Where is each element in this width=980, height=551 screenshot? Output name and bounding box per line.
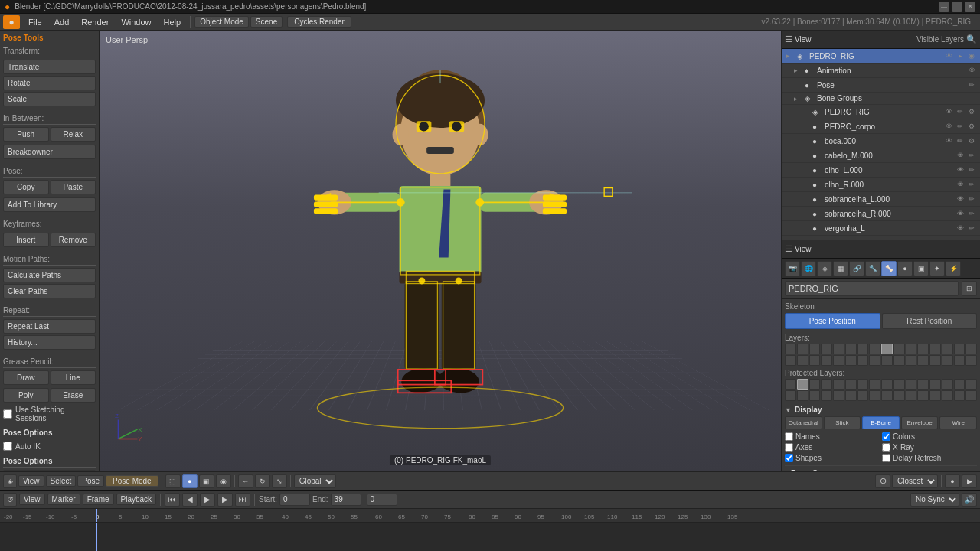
prot-cell-1[interactable] (785, 379, 796, 390)
rotate-btn[interactable]: Rotate (3, 76, 96, 90)
prot-b8[interactable] (869, 390, 880, 401)
close-btn[interactable]: ✕ (965, 2, 975, 12)
timeline-tracks-area[interactable] (0, 523, 980, 551)
push-btn[interactable]: Push (3, 127, 49, 142)
prop-icon-world[interactable]: ◈ (817, 261, 832, 276)
prot-cell-3[interactable] (809, 379, 821, 390)
layer-cell-16[interactable] (965, 344, 977, 354)
layer-cell-b6[interactable] (845, 355, 857, 366)
prot-cell-11[interactable] (906, 379, 917, 390)
prot-cell-9[interactable] (881, 379, 893, 390)
prot-cell-12[interactable] (917, 379, 929, 390)
jump-end-btn[interactable]: ⏭ (235, 493, 250, 507)
layer-cell-4[interactable] (821, 344, 832, 354)
outliner-item[interactable]: ●olho_R.000👁✏ (782, 178, 980, 192)
start-frame-input[interactable] (279, 494, 310, 506)
layer-cell-b9[interactable] (881, 355, 893, 366)
prop-icon-scene[interactable]: 🌐 (801, 261, 816, 276)
outliner-item[interactable]: ▸◈Bone Groups (782, 93, 980, 105)
timeline-content[interactable]: -20 -15 -10 -5 0 5 10 15 20 25 30 35 40 … (0, 509, 980, 551)
prot-cell-16[interactable] (965, 379, 977, 390)
poly-btn[interactable]: Poly (3, 388, 49, 403)
rest-position-btn[interactable]: Rest Position (882, 313, 978, 329)
prop-icon-textures[interactable]: ▣ (913, 261, 929, 276)
shapes-checkbox[interactable] (785, 454, 793, 462)
outliner-item[interactable]: ●PEDRO_corpo👁✏⚙ (782, 119, 980, 134)
layer-cell-11[interactable] (906, 344, 917, 354)
outliner-item[interactable]: ●Pose✏ (782, 78, 980, 93)
playback-btn[interactable]: ▶ (962, 474, 977, 488)
layer-cell-b11[interactable] (906, 355, 917, 366)
prot-b15[interactable] (954, 390, 965, 401)
relax-btn[interactable]: Relax (51, 127, 96, 142)
record-btn[interactable]: ● (945, 474, 960, 488)
pose-position-btn[interactable]: Pose Position (785, 313, 880, 329)
draw-btn[interactable]: Draw (3, 370, 49, 385)
prot-cell-5[interactable] (833, 379, 844, 390)
prop-icon-data[interactable]: 🦴 (881, 261, 897, 276)
snap-select[interactable]: Closest (892, 474, 938, 488)
prot-cell-15[interactable] (954, 379, 965, 390)
current-frame-input[interactable] (367, 494, 397, 506)
layer-cell-b3[interactable] (809, 355, 821, 366)
breakdowner-btn[interactable]: Breakdowner (3, 145, 96, 159)
layer-cell-3[interactable] (809, 344, 821, 354)
outliner-view-btn[interactable]: View (795, 35, 812, 44)
menu-help[interactable]: Help (158, 16, 187, 28)
magnify-icon[interactable]: 🔍 (966, 34, 977, 44)
colors-checkbox[interactable] (882, 432, 890, 441)
prot-cell-2[interactable] (797, 379, 808, 390)
prot-cell-13[interactable] (929, 379, 941, 390)
prot-b9[interactable] (881, 390, 893, 401)
viewport-select-menu[interactable]: Select (46, 475, 77, 487)
jump-start-btn[interactable]: ⏮ (165, 493, 180, 507)
history-btn[interactable]: History... (3, 335, 96, 350)
names-checkbox[interactable] (785, 432, 793, 441)
prop-extra-btn[interactable]: ⊞ (962, 281, 977, 296)
prot-cell-4[interactable] (821, 379, 832, 390)
clear-paths-btn[interactable]: Clear Paths (3, 284, 96, 298)
xray-checkbox[interactable] (882, 443, 890, 452)
layer-cell-9[interactable] (881, 344, 893, 354)
prot-b14[interactable] (942, 390, 953, 401)
outliner-item[interactable]: ●cabelo_M.000👁✏ (782, 148, 980, 163)
layer-cell-b4[interactable] (821, 355, 832, 366)
prop-icon-particles[interactable]: ✦ (929, 261, 945, 276)
shading-solid[interactable]: ● (182, 474, 198, 488)
scale-btn[interactable]: Scale (3, 92, 96, 106)
outliner-item[interactable]: ▸◈PEDRO_RIG👁▸◉ (782, 49, 980, 64)
prot-b10[interactable] (893, 390, 905, 401)
transform-rotate-icon[interactable]: ↻ (255, 474, 270, 488)
menu-add[interactable]: Add (49, 16, 75, 28)
axes-checkbox[interactable] (785, 443, 793, 452)
screen-selector[interactable]: Object Mode (194, 16, 249, 28)
viewport-view-menu[interactable]: View (18, 475, 44, 487)
layer-cell-5[interactable] (833, 344, 844, 354)
calculate-paths-btn[interactable]: Calculate Paths (3, 268, 96, 282)
prop-icon-materials[interactable]: ● (897, 261, 913, 276)
transform-scale-icon[interactable]: ⤡ (272, 474, 287, 488)
outliner-item[interactable]: ●olho_L.000👁✏ (782, 163, 980, 178)
paste-pose-btn[interactable]: Paste (51, 180, 96, 194)
layer-cell-1[interactable] (785, 344, 796, 354)
outliner-item[interactable]: ●sobrancelha_R.000👁✏ (782, 207, 980, 221)
copy-pose-btn[interactable]: Copy (3, 180, 49, 194)
layer-cell-b15[interactable] (954, 355, 965, 366)
viewport[interactable]: User Persp (100, 31, 781, 471)
timeline-frame-menu[interactable]: Frame (83, 494, 114, 505)
prop-icon-object[interactable]: ▦ (833, 261, 848, 276)
prot-b12[interactable] (917, 390, 929, 401)
mode-selector[interactable]: Pose Mode (106, 475, 158, 487)
layer-cell-b10[interactable] (893, 355, 905, 366)
timeline-playback-menu[interactable]: Playback (116, 494, 157, 505)
minimize-btn[interactable]: — (939, 2, 949, 12)
menu-render[interactable]: Render (76, 16, 114, 28)
layer-cell-2[interactable] (797, 344, 808, 354)
prot-b1[interactable] (785, 390, 796, 401)
layer-cell-6[interactable] (845, 344, 857, 354)
layer-cell-7[interactable] (858, 344, 869, 354)
layer-cell-b12[interactable] (917, 355, 929, 366)
outliner-item[interactable]: ●vergonha_L👁✏ (782, 221, 980, 236)
auto-ik-checkbox[interactable] (3, 442, 12, 451)
viewport-pose-menu[interactable]: Pose (77, 475, 104, 487)
